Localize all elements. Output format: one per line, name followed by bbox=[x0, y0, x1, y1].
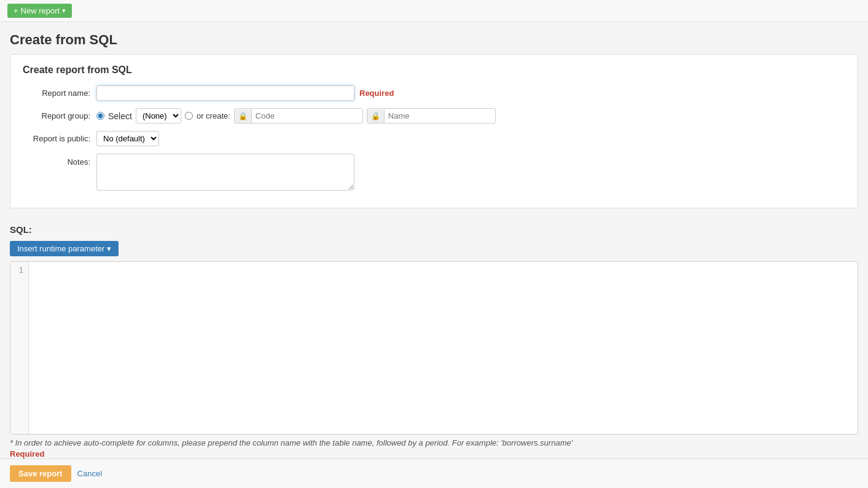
report-group-label: Report group: bbox=[23, 111, 96, 120]
report-name-row: Report name: Required bbox=[23, 85, 845, 101]
code-lock-icon: 🔒 bbox=[235, 109, 252, 123]
create-form-card: Create report from SQL Report name: Requ… bbox=[10, 54, 858, 208]
action-bar: Save report Cancel bbox=[0, 458, 868, 488]
caret-icon: ▾ bbox=[62, 7, 66, 15]
select-radio-label: Select bbox=[108, 111, 132, 121]
autocomplete-hint-text: * In order to achieve auto-complete for … bbox=[10, 438, 573, 447]
autocomplete-hint: * In order to achieve auto-complete for … bbox=[10, 438, 858, 447]
name-input-wrapper: 🔒 bbox=[367, 108, 496, 124]
top-nav: + New report ▾ bbox=[0, 0, 868, 22]
page-title: Create from SQL bbox=[0, 22, 868, 54]
code-input-wrapper: 🔒 bbox=[234, 108, 363, 124]
select-radio[interactable] bbox=[96, 112, 104, 120]
report-public-row: Report is public: No (default) Yes bbox=[23, 131, 845, 146]
cancel-button[interactable]: Cancel bbox=[77, 469, 102, 478]
report-name-required: Required bbox=[359, 89, 394, 98]
card-title: Create report from SQL bbox=[23, 65, 845, 76]
create-radio[interactable] bbox=[185, 112, 193, 120]
notes-row: Notes: bbox=[23, 154, 845, 191]
sql-section: SQL: Insert runtime parameter ▾ 1 * In o… bbox=[0, 218, 868, 458]
name-lock-icon: 🔒 bbox=[367, 109, 385, 123]
plus-icon: + bbox=[14, 6, 18, 15]
group-select[interactable]: (None) bbox=[136, 108, 181, 124]
line-numbers: 1 bbox=[10, 262, 29, 434]
code-input[interactable] bbox=[252, 109, 362, 123]
line-number-1: 1 bbox=[15, 266, 23, 275]
insert-param-caret: ▾ bbox=[107, 244, 111, 253]
save-report-button[interactable]: Save report bbox=[10, 465, 71, 482]
notes-label: Notes: bbox=[23, 154, 96, 167]
report-group-row: Report group: Select (None) or create: 🔒… bbox=[23, 108, 845, 124]
insert-param-button[interactable]: Insert runtime parameter ▾ bbox=[10, 241, 119, 256]
report-name-input[interactable] bbox=[96, 85, 354, 101]
sql-textarea[interactable] bbox=[29, 262, 858, 434]
new-report-label: New report bbox=[21, 6, 60, 15]
report-public-select[interactable]: No (default) Yes bbox=[96, 131, 159, 146]
notes-textarea[interactable] bbox=[96, 154, 354, 191]
sql-required: Required bbox=[10, 449, 858, 458]
report-group-controls: Select (None) or create: 🔒 🔒 bbox=[96, 108, 496, 124]
report-public-label: Report is public: bbox=[23, 134, 96, 143]
report-name-label: Report name: bbox=[23, 89, 96, 98]
or-create-label: or create: bbox=[197, 111, 230, 120]
sql-required-label: Required bbox=[10, 449, 44, 458]
sql-editor-wrapper: 1 bbox=[10, 261, 858, 435]
new-report-button[interactable]: + New report ▾ bbox=[7, 4, 72, 18]
name-input[interactable] bbox=[385, 109, 495, 123]
sql-label: SQL: bbox=[10, 224, 858, 235]
insert-param-label: Insert runtime parameter bbox=[17, 244, 104, 253]
